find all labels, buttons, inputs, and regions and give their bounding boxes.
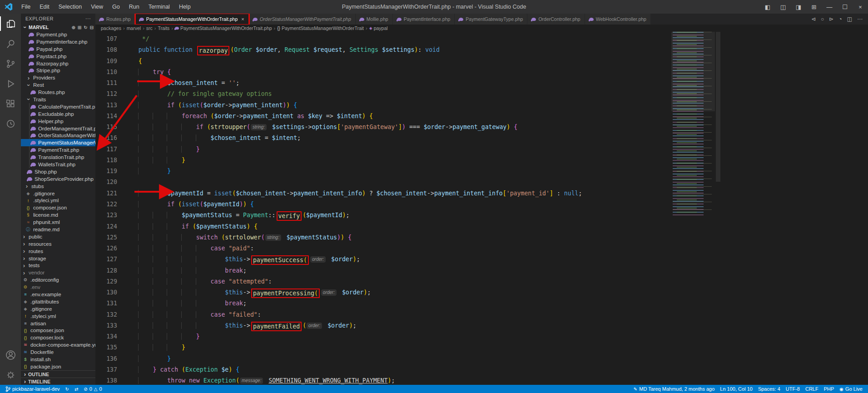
close-icon[interactable]: × [241, 16, 244, 22]
menu-help[interactable]: Help [175, 2, 195, 11]
line-number[interactable]: 127 [95, 254, 117, 265]
outline-section[interactable]: › OUTLINE [21, 370, 95, 378]
tree-item[interactable]: ShopServiceProvider.php [21, 175, 95, 183]
workspace-section-header[interactable]: › MARVEL ⊕⊞↻⊟ [21, 24, 95, 31]
tree-item[interactable]: ◆.gitignore [21, 305, 95, 313]
menu-selection[interactable]: Selection [55, 2, 86, 11]
maximize-icon[interactable]: ☐ [837, 0, 853, 14]
menu-terminal[interactable]: Terminal [144, 2, 174, 11]
tree-item[interactable]: ›storage [21, 255, 95, 262]
new-file-icon[interactable]: ⊕ [71, 25, 75, 30]
account-icon[interactable] [0, 345, 21, 365]
line-number[interactable]: 110 [95, 67, 117, 78]
source-control-icon[interactable] [0, 54, 21, 74]
line-number[interactable]: 122 [95, 199, 117, 210]
line-number[interactable]: 132 [95, 309, 117, 320]
cursor-position[interactable]: Ln 100, Col 10 [717, 385, 755, 393]
menu-edit[interactable]: Edit [35, 2, 54, 11]
line-number[interactable]: 129 [95, 276, 117, 287]
tree-item[interactable]: Excludable.php [21, 110, 95, 118]
tab[interactable]: Routes.php [95, 14, 135, 25]
line-number[interactable]: 113 [95, 100, 117, 111]
tree-item[interactable]: Shop.php [21, 168, 95, 175]
tree-item[interactable]: !.styleci.yml [21, 197, 95, 204]
line-number[interactable]: 119 [95, 166, 117, 177]
tree-item[interactable]: Routes.php [21, 89, 95, 96]
tree-item[interactable]: PaymentInterface.php [21, 38, 95, 45]
tree-item[interactable]: ›Rest [21, 81, 95, 89]
menu-run[interactable]: Run [125, 2, 144, 11]
breadcrumb-item[interactable]: ◈paypal [369, 25, 388, 31]
eol[interactable]: CRLF [803, 385, 821, 393]
tree-item[interactable]: WalletsTrait.php [21, 161, 95, 168]
menu-file[interactable]: File [17, 2, 35, 11]
code-editor[interactable]: 107 */108 public function razorpay(Order… [95, 32, 868, 385]
nav-dot-icon[interactable]: ○ [821, 16, 824, 22]
tree-item[interactable]: ›vendor [21, 269, 95, 276]
settings-gear-icon[interactable] [0, 365, 21, 385]
tree-item[interactable]: OrderManagementTrait.php [21, 125, 95, 132]
tree-item[interactable]: ›Providers [21, 74, 95, 81]
more-actions-icon[interactable]: ⋯ [857, 16, 863, 22]
tree-item[interactable]: Stripe.php [21, 67, 95, 74]
line-number[interactable]: 131 [95, 298, 117, 309]
line-number[interactable]: 108 [95, 45, 117, 55]
tree-item[interactable]: ≋Dockerfile [21, 348, 95, 356]
breadcrumb-item[interactable]: {}PaymentStatusManagerWithOrderTrait [277, 25, 364, 31]
tree-item[interactable]: ◆.gitignore [21, 190, 95, 197]
timeline-section[interactable]: › TIMELINE [21, 378, 95, 385]
problems-status[interactable]: ⊘ 0 △ 0 [81, 385, 104, 393]
tree-item[interactable]: {}composer.json [21, 327, 95, 334]
tab[interactable]: PaymentStatusManagerWithOrderTrait.php× [135, 14, 249, 25]
tab[interactable]: PaymentGatewayType.php [455, 14, 527, 25]
menu-view[interactable]: View [87, 2, 107, 11]
breadcrumb-item[interactable]: Traits [158, 25, 169, 31]
language-mode[interactable]: PHP [821, 385, 837, 393]
tree-item[interactable]: PaymentStatusManagerWithOrderTrait.php [21, 139, 95, 146]
tab[interactable]: PaymentInterface.php [393, 14, 455, 25]
menu-go[interactable]: Go [108, 2, 124, 11]
split-editor-icon[interactable]: ◫ [847, 16, 852, 22]
minimap-slider[interactable] [671, 32, 715, 111]
line-number[interactable]: 130 [95, 287, 117, 298]
line-number[interactable]: 138 [95, 375, 117, 385]
tree-item[interactable]: ›tests [21, 262, 95, 269]
line-number[interactable]: 136 [95, 353, 117, 364]
toggle-primary-sidebar-icon[interactable]: ◧ [760, 0, 775, 14]
encoding[interactable]: UTF-8 [783, 385, 803, 393]
tab[interactable]: WebHookController.php [585, 14, 651, 25]
refresh-explorer-icon[interactable]: ↻ [84, 25, 87, 30]
tree-item[interactable]: Payment.php [21, 31, 95, 38]
tree-item[interactable]: Helper.php [21, 118, 95, 125]
breadcrumb-item[interactable]: packages [101, 25, 121, 31]
tree-item[interactable]: OrderStatusManagerWithPaymentTrait.php [21, 132, 95, 139]
close-icon[interactable]: × [853, 0, 868, 14]
tree-item[interactable]: ⚙.env [21, 284, 95, 291]
line-number[interactable]: 137 [95, 364, 117, 375]
line-number[interactable]: 115 [95, 122, 117, 133]
tree-item[interactable]: ›routes [21, 248, 95, 255]
line-number[interactable]: 126 [95, 243, 117, 254]
customize-layout-icon[interactable]: ⊞ [806, 0, 822, 14]
line-number[interactable]: 114 [95, 111, 117, 122]
timeline-icon-icon[interactable]: ◔ [838, 16, 842, 22]
indentation[interactable]: Spaces: 4 [755, 385, 783, 393]
line-number[interactable]: 133 [95, 320, 117, 331]
line-number[interactable]: 134 [95, 331, 117, 342]
tree-item[interactable]: Paystact.php [21, 53, 95, 60]
line-number[interactable]: 135 [95, 342, 117, 353]
tree-item[interactable]: {}composer.json [21, 204, 95, 211]
tree-item[interactable]: TranslationTrait.php [21, 154, 95, 161]
tree-item[interactable]: {}package.json [21, 363, 95, 370]
tree-item[interactable]: {}composer.lock [21, 334, 95, 341]
tree-item[interactable]: ≡artisan [21, 320, 95, 327]
gitlens-commit-info[interactable]: ✎MD Tareq Mahmud, 2 months ago [631, 385, 718, 393]
line-number[interactable]: 118 [95, 155, 117, 166]
line-number[interactable]: 111 [95, 78, 117, 89]
tree-item[interactable]: ⚙.editorconfig [21, 276, 95, 284]
sync-status[interactable]: ↻ [63, 385, 72, 393]
tree-item[interactable]: ›Traits [21, 96, 95, 103]
line-number[interactable]: 116 [95, 133, 117, 144]
git-branch-status[interactable]: pickbazar-laravel-dev [3, 385, 63, 393]
line-number[interactable]: 121 [95, 188, 117, 199]
